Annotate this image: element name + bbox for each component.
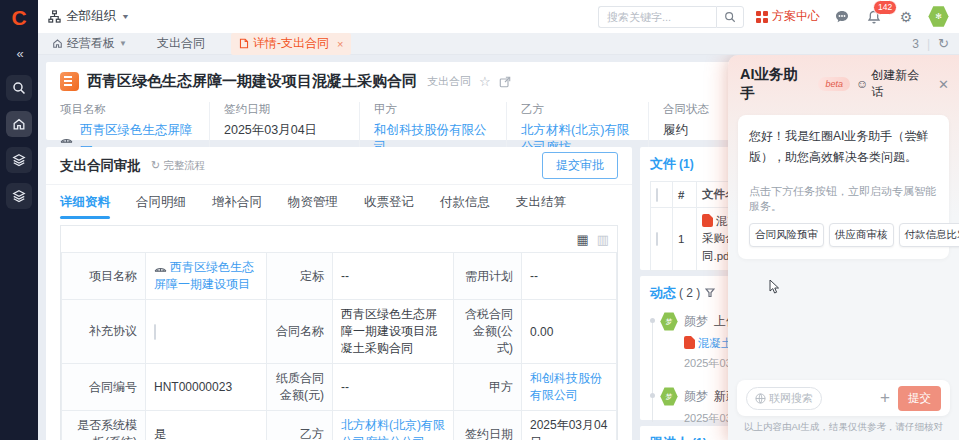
task-contract-risk-button[interactable]: 合同风险预审 — [749, 223, 824, 247]
layers-icon — [12, 153, 26, 167]
activity-title: 动态 — [650, 284, 676, 302]
files-count: (1) — [679, 157, 694, 171]
org-selector[interactable]: 全部组织 ▼ — [48, 8, 130, 25]
project-link[interactable]: 西青区绿色生态屏障一期建设项目 — [154, 260, 254, 291]
tab-materials[interactable]: 物资管理 — [288, 185, 338, 219]
collapse-sidebar-icon[interactable]: « — [16, 46, 21, 61]
sidebar-apps-button[interactable] — [6, 147, 32, 173]
avatar: 梦 — [660, 312, 678, 331]
followers-title: 跟进人 — [650, 434, 689, 440]
detail-tabs: 详细资料 合同明细 增补合同 物资管理 收票登记 付款信息 支出结算 — [46, 185, 632, 219]
refresh-icon[interactable]: ↻ — [938, 36, 949, 51]
full-flow-link[interactable]: ↻ 完整流程 — [151, 159, 205, 173]
approval-title: 支出合同审批 — [60, 157, 141, 175]
user-avatar[interactable]: ✻ — [928, 6, 949, 28]
search-icon — [12, 81, 26, 95]
contract-type-tag: 支出合同 — [427, 74, 471, 89]
chevron-down-icon: ▼ — [119, 39, 127, 48]
tab-detail-info[interactable]: 详细资料 — [60, 185, 110, 219]
contract-doc-icon — [60, 72, 79, 91]
globe-icon — [755, 393, 766, 404]
table-row: 补充协议 合同名称 西青区绿色生态屏障一期建设项目混凝土采购合同 含税合同金额(… — [62, 300, 617, 364]
select-all-checkbox[interactable] — [656, 188, 658, 202]
new-session-button[interactable]: ☺ 创建新会话 — [856, 67, 931, 101]
pdf-icon — [684, 336, 695, 349]
party-b-link[interactable]: 北方材料(北京)有限公司廊坊分公司 — [341, 418, 445, 440]
ai-panel-title: AI业务助手 — [740, 65, 812, 103]
ai-submit-button[interactable]: 提交 — [898, 386, 941, 411]
table-row: 是否系统模板(系统) 是 乙方 北方材料(北京)有限公司廊坊分公司 签约日期 2… — [62, 411, 617, 440]
ai-greeting: 您好！我是红圈AI业务助手（尝鲜版），助您高效解决各类问题。 — [749, 126, 938, 168]
task-payment-compare-button[interactable]: 付款信息比对 — [899, 223, 959, 247]
ai-hint: 点击下方任务按钮，立即启动专属智能服务。 — [749, 184, 938, 214]
approval-card: 支出合同审批 ↻ 完整流程 提交审批 详细资料 合同明细 增补合同 物资管理 收… — [46, 147, 632, 440]
sidebar-search-button[interactable] — [6, 75, 32, 101]
tab-payment-info[interactable]: 付款信息 — [440, 185, 490, 219]
beta-badge: beta — [818, 77, 850, 91]
gear-icon: ⚙ — [900, 9, 913, 25]
pdf-icon — [702, 214, 713, 227]
tab-invoice-register[interactable]: 收票登记 — [364, 185, 414, 219]
grid-icon — [756, 11, 768, 23]
tab-expense-contracts[interactable]: 支出合同 — [153, 33, 209, 55]
external-link-icon[interactable] — [499, 76, 511, 88]
tab-dashboard[interactable]: 经营看板 ▼ — [48, 33, 131, 55]
party-a-link[interactable]: 和创科技股份有限公司 — [530, 371, 602, 402]
column-view-icon[interactable]: ▥ — [597, 232, 609, 247]
add-attachment-button[interactable]: + — [880, 388, 890, 408]
project-icon — [60, 135, 73, 144]
notifications-button[interactable]: 142 — [864, 7, 884, 27]
document-icon — [239, 38, 249, 49]
global-search-input[interactable] — [598, 6, 716, 28]
open-tab-count: 3 — [912, 37, 919, 51]
activity-count: ( 2 ) — [679, 286, 700, 300]
task-supplier-review-button[interactable]: 供应商审核 — [829, 223, 894, 247]
file-index-header: # — [673, 182, 697, 208]
home-icon — [52, 38, 63, 49]
followers-count: (1) — [692, 436, 707, 440]
ai-disclaimer: 以上内容由AI生成，结果仅供参考，请仔细核对 — [728, 421, 959, 434]
cursor-pointer-icon — [768, 280, 780, 294]
table-view-icon[interactable]: ▦ — [576, 232, 588, 247]
web-search-toggle[interactable]: 联网搜索 — [746, 387, 822, 410]
star-icon[interactable]: ☆ — [479, 74, 491, 89]
app-sidebar: C « — [0, 0, 38, 440]
messages-button[interactable] — [832, 7, 852, 27]
org-tree-icon — [48, 10, 61, 23]
sidebar-home-button[interactable] — [6, 111, 32, 137]
tab-supplementary[interactable]: 增补合同 — [212, 185, 262, 219]
main-content: 西青区绿色生态屏障一期建设项目混凝土采购合同 支出合同 ☆ 项目名称 西青区绿色… — [38, 55, 959, 440]
table-row: 合同编号 HNT00000023 纸质合同金额(元) -- 甲方 和创科技股份有… — [62, 364, 617, 411]
org-label: 全部组织 — [66, 8, 116, 25]
solution-center-link[interactable]: 方案中心 — [756, 8, 820, 25]
chevron-down-icon: ▼ — [121, 13, 130, 21]
top-header: 全部组织 ▼ 方案中心 142 ⚙ ✻ — [38, 0, 959, 33]
submit-approval-button[interactable]: 提交审批 — [542, 152, 618, 179]
project-icon — [154, 264, 167, 273]
smiley-icon: ☺ — [856, 77, 868, 91]
tab-contract-items[interactable]: 合同明细 — [136, 185, 186, 219]
global-search-button[interactable] — [716, 6, 744, 28]
page-tab-bar: 经营看板 ▼ 支出合同 详情-支出合同 × 3 | ↻ — [38, 33, 959, 55]
notification-badge: 142 — [873, 0, 897, 15]
ai-input-bar: 联网搜索 + 提交 — [737, 380, 950, 416]
close-icon[interactable]: × — [337, 38, 343, 50]
flow-icon: ↻ — [151, 159, 160, 172]
filter-icon[interactable] — [705, 288, 715, 298]
settings-button[interactable]: ⚙ — [896, 7, 916, 27]
files-title: 文件 — [650, 155, 676, 173]
supplement-checkbox[interactable] — [154, 324, 156, 340]
contract-title: 西青区绿色生态屏障一期建设项目混凝土采购合同 — [87, 72, 417, 91]
chat-bubble-icon — [834, 9, 850, 25]
ai-assistant-panel: AI业务助手 beta ☺ 创建新会话 ✕ 您好！我是红圈AI业务助手（尝鲜版）… — [728, 55, 959, 440]
file-checkbox[interactable] — [656, 232, 658, 246]
ai-welcome-card: 您好！我是红圈AI业务助手（尝鲜版），助您高效解决各类问题。 点击下方任务按钮，… — [738, 115, 949, 259]
home-icon — [12, 117, 26, 131]
sidebar-modules-button[interactable] — [6, 183, 32, 209]
tab-expense-settlement[interactable]: 支出结算 — [516, 185, 566, 219]
search-icon — [724, 11, 736, 23]
close-icon[interactable]: ✕ — [938, 77, 949, 92]
layers-icon — [12, 189, 26, 203]
tab-contract-detail[interactable]: 详情-支出合同 × — [231, 33, 351, 55]
avatar: 梦 — [660, 387, 678, 406]
